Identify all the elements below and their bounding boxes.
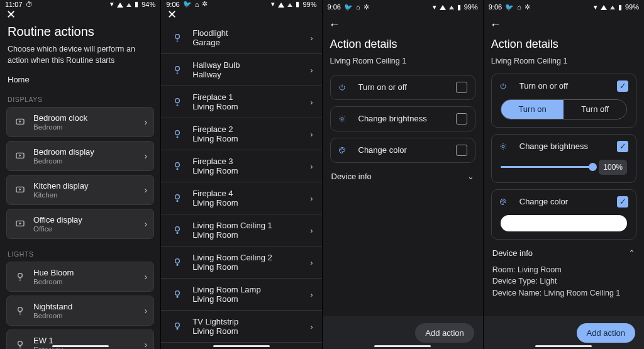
display-row[interactable]: Bedroom clockBedroom ›: [6, 107, 154, 137]
list-item[interactable]: Fireplace 1Living Room ›: [161, 86, 321, 118]
list-item[interactable]: FloodlightGarage ›: [161, 22, 321, 54]
display-row[interactable]: Bedroom displayBedroom ›: [6, 141, 154, 171]
device-info-expander[interactable]: Device info ⌃: [484, 240, 644, 262]
wifi-icon: ▾: [433, 3, 436, 11]
footer-bar: Add action: [323, 316, 483, 349]
row-title: Fireplace 3: [192, 157, 310, 166]
svg-point-12: [175, 195, 180, 199]
device-info-expander[interactable]: Device info ⌄: [323, 163, 483, 185]
svg-point-4: [18, 274, 23, 278]
fan-icon: ✲: [525, 3, 530, 11]
close-icon[interactable]: ✕: [6, 8, 16, 21]
palette-icon: [499, 197, 513, 207]
checkbox-checked[interactable]: ✓: [617, 80, 628, 92]
panel-action-details-expanded: 9:06 🐦 ⌂ ✲ ▾ ▮ 99% ← Action details Livi…: [484, 0, 644, 349]
info-name-label: Device Name:: [492, 289, 542, 297]
section-lights: LIGHTS: [8, 250, 153, 258]
row-title: Living Room Lamp: [192, 285, 310, 294]
svg-point-15: [175, 291, 180, 296]
row-title: Living Room Ceiling 1: [192, 221, 310, 230]
signal-icon: [601, 5, 607, 10]
row-sub: Living Room: [192, 230, 310, 240]
color-swatch[interactable]: [501, 215, 627, 231]
add-action-button[interactable]: Add action: [415, 323, 474, 343]
list-item[interactable]: Fireplace 2Living Room ›: [161, 118, 321, 150]
seg-turn-off[interactable]: Turn off: [564, 100, 626, 119]
display-icon: [13, 117, 27, 127]
add-action-button[interactable]: Add action: [577, 323, 635, 343]
panel-routine-actions: 11:07 ⏱ ▾ ▮ 94% ✕ Routine actions Choose…: [0, 0, 161, 349]
wifi-icon: ▾: [594, 3, 597, 11]
light-row[interactable]: NightstandBedroom ›: [6, 296, 154, 326]
list-item[interactable]: Fireplace 3Living Room ›: [161, 150, 321, 182]
svg-point-13: [175, 227, 180, 231]
svg-point-10: [175, 131, 180, 135]
nav-pill: [213, 345, 270, 347]
slider-knob[interactable]: [589, 163, 597, 171]
list-item[interactable]: Living Room Ceiling 2Living Room ›: [161, 247, 321, 279]
page-title: Action details: [491, 38, 636, 51]
breadcrumb-home[interactable]: Home: [8, 75, 153, 84]
display-row[interactable]: Kitchen displayKitchen ›: [6, 175, 154, 205]
svg-point-6: [18, 341, 23, 346]
row-title: Bedroom display: [33, 147, 140, 157]
device-name: Living Room Ceiling 1: [491, 56, 636, 67]
back-icon[interactable]: ←: [490, 18, 501, 31]
chevron-down-icon: ⌄: [467, 172, 474, 181]
row-title: Fireplace 1: [192, 92, 310, 102]
checkbox[interactable]: [456, 82, 467, 93]
bulb-icon: [170, 289, 185, 299]
display-row[interactable]: Office displayOffice ›: [6, 209, 154, 239]
signal-icon-2: [287, 3, 292, 7]
panel-device-list: 9:06 🐦 ⌂ ✲ ▾ ▮ 99% ✕ FloodlightGa: [161, 0, 322, 349]
power-toggle[interactable]: Turn on Turn off: [501, 99, 627, 119]
list-item[interactable]: TV LightstripLiving Room ›: [161, 311, 321, 343]
bulb-icon: [170, 321, 185, 331]
device-info-label: Device info: [492, 248, 533, 258]
card-power[interactable]: Turn on or off: [330, 75, 475, 100]
checkbox[interactable]: [456, 145, 467, 156]
card-color[interactable]: Change color: [330, 138, 475, 163]
card-label: Turn on or off: [358, 82, 456, 92]
status-battery: 99%: [464, 3, 478, 11]
svg-point-8: [175, 67, 180, 71]
bulb-icon: [170, 97, 185, 107]
brightness-slider[interactable]: [501, 166, 593, 168]
brightness-icon: [499, 141, 513, 152]
battery-icon: ▮: [296, 0, 299, 8]
svg-point-18: [341, 118, 343, 120]
back-icon[interactable]: ←: [329, 18, 340, 31]
status-battery: 99%: [303, 1, 316, 8]
list-item[interactable]: Living Room LampLiving Room ›: [161, 279, 321, 311]
twitter-icon: 🐦: [183, 0, 192, 8]
power-icon: [338, 82, 352, 92]
row-title: Nightstand: [33, 302, 140, 311]
bulb-icon: [13, 306, 27, 316]
row-title: Office display: [33, 215, 140, 224]
svg-point-23: [501, 201, 502, 201]
device-info-block: Room: Living Room Device Type: Light Dev…: [484, 262, 644, 306]
row-sub: Bedroom: [33, 157, 140, 165]
battery-icon: ▮: [135, 0, 138, 8]
checkbox-checked[interactable]: ✓: [617, 141, 628, 152]
checkbox[interactable]: [456, 113, 467, 125]
list-item[interactable]: Living Room Ceiling 1Living Room ›: [161, 214, 321, 247]
close-icon[interactable]: ✕: [167, 8, 177, 21]
checkbox-checked[interactable]: ✓: [617, 196, 628, 208]
seg-turn-on[interactable]: Turn on: [501, 100, 564, 119]
chevron-right-icon: ›: [140, 340, 148, 349]
card-brightness[interactable]: Change brightness: [330, 106, 475, 131]
bulb-icon: [170, 65, 185, 75]
chevron-right-icon: ›: [310, 322, 313, 331]
status-battery: 94%: [142, 1, 155, 8]
list-item[interactable]: Hallway BulbHallway ›: [161, 54, 321, 86]
row-sub: Bedroom: [33, 312, 140, 319]
page-title: Action details: [330, 38, 475, 51]
light-row[interactable]: Hue BloomBedroom ›: [6, 262, 154, 292]
row-title: Living Room Ceiling 2: [192, 253, 310, 262]
row-title: Floodlight: [192, 28, 310, 38]
chevron-right-icon: ›: [310, 194, 313, 203]
card-label: Turn on or off: [519, 81, 617, 91]
list-item[interactable]: Fireplace 4Living Room ›: [161, 182, 321, 214]
palette-icon: [338, 145, 352, 155]
